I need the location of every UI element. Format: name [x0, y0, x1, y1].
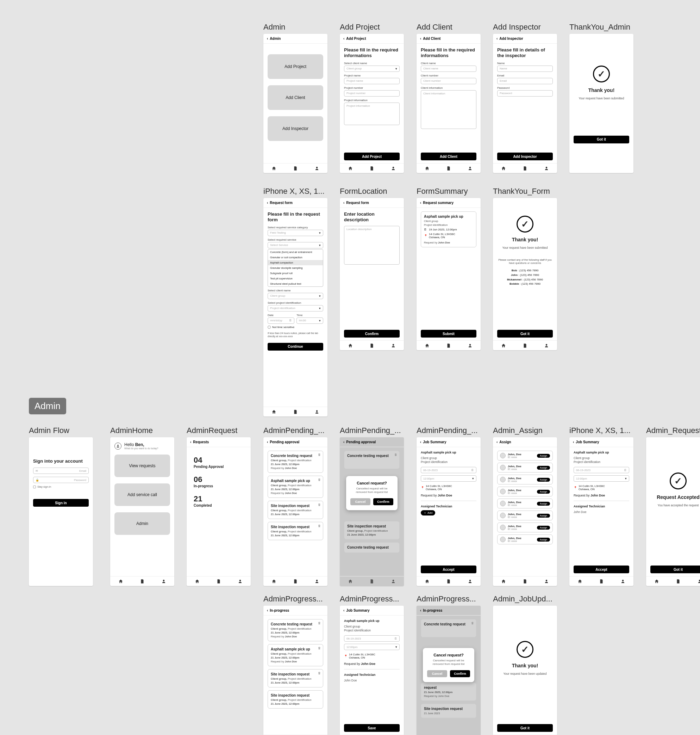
assign-row[interactable]: John, DoeID: xxxxxAssign [497, 511, 553, 520]
inspector-password-input[interactable]: Password [497, 90, 553, 97]
view-requests-button[interactable]: View requests [115, 455, 170, 477]
client-select[interactable]: Client group [344, 66, 400, 72]
service-category-select[interactable]: Field Testing [268, 230, 323, 236]
home-icon[interactable] [501, 343, 506, 348]
assign-row[interactable]: John, DoeID: xxxxxAssign [497, 451, 553, 461]
request-card[interactable]: 🗑 Site inspection request Client group, … [268, 669, 323, 688]
home-icon[interactable] [425, 166, 429, 171]
trash-icon[interactable]: 🗑 [318, 524, 321, 527]
service-select[interactable]: Select Service [268, 242, 323, 248]
add-technician-button[interactable]: ＋Add [421, 510, 435, 516]
chevron-left-icon[interactable]: ‹ [420, 201, 421, 205]
file-icon[interactable] [599, 579, 604, 584]
home-icon[interactable] [195, 579, 200, 584]
file-icon[interactable] [369, 579, 374, 584]
home-icon[interactable] [654, 579, 659, 584]
trash-icon[interactable]: 🗑 [318, 647, 321, 650]
not-time-sensitive-radio[interactable]: Not time sensitive [268, 326, 323, 329]
add-client-submit-button[interactable]: Add Client [421, 153, 476, 160]
user-icon[interactable] [238, 579, 243, 584]
location-textarea[interactable]: Location description [344, 226, 400, 265]
user-icon[interactable] [315, 166, 319, 171]
assign-button[interactable]: Assign [537, 490, 550, 493]
user-icon[interactable] [391, 343, 396, 348]
chevron-left-icon[interactable]: ‹ [190, 440, 191, 444]
time-input[interactable]: hh:00 [297, 317, 323, 324]
home-icon[interactable] [272, 409, 276, 414]
client-number-input[interactable]: Client number [421, 78, 476, 84]
chevron-left-icon[interactable]: ‹ [573, 440, 574, 444]
service-options[interactable]: Concrete (form) and air entrainment Gran… [268, 249, 323, 287]
user-icon[interactable] [391, 166, 396, 171]
client-name-input[interactable]: Client name [421, 66, 476, 72]
add-service-call-button[interactable]: Add service call [115, 483, 170, 506]
popup-cancel-button[interactable]: Cancel [350, 498, 371, 505]
assign-button[interactable]: Assign [537, 466, 550, 470]
got-it-button[interactable]: Got it [497, 330, 553, 337]
assign-button[interactable]: Assign [537, 538, 550, 542]
user-icon[interactable] [544, 343, 549, 348]
request-card[interactable]: 🗑 Site inspection request Client group, … [268, 522, 323, 540]
assign-button[interactable]: Assign [537, 454, 550, 458]
file-icon[interactable] [446, 579, 451, 584]
pending-stat[interactable]: 04Pending Approval [194, 455, 247, 468]
project-name-input[interactable]: Project name [344, 78, 400, 84]
home-icon[interactable] [501, 166, 506, 171]
chevron-left-icon[interactable]: ‹ [343, 37, 344, 41]
assign-button[interactable]: Assign [537, 514, 550, 518]
project-number-input[interactable]: Project number [344, 90, 400, 97]
add-inspector-button[interactable]: Add Inspector [268, 116, 323, 141]
request-card[interactable]: 🗑 Asphalt sample pick up Client group, P… [268, 644, 323, 666]
chevron-left-icon[interactable]: ‹ [420, 608, 421, 613]
trash-icon[interactable]: 🗑 [318, 503, 321, 506]
trash-icon[interactable]: 🗑 [318, 453, 321, 456]
chevron-left-icon[interactable]: ‹ [343, 440, 344, 444]
chevron-left-icon[interactable]: ‹ [267, 440, 268, 444]
time-input[interactable]: 12:00pm [421, 475, 476, 482]
chevron-left-icon[interactable]: ‹ [420, 37, 421, 41]
save-button[interactable]: Save [344, 724, 400, 732]
request-card[interactable]: Site inspection request Client group, Pr… [268, 690, 323, 708]
home-icon[interactable] [425, 579, 429, 584]
signin-button[interactable]: Sign in [33, 499, 89, 507]
request-card[interactable]: 🗑 Concrete testing request Client group,… [268, 451, 323, 473]
email-input[interactable]: ✉Email [33, 468, 89, 474]
add-project-submit-button[interactable]: Add Project [344, 153, 400, 160]
assign-row[interactable]: John, DoeID: xxxxxAssign [497, 463, 553, 473]
got-it-button[interactable]: Got it [497, 724, 553, 732]
file-icon[interactable] [522, 579, 528, 584]
date-input[interactable]: 06-19-2023🗓 [344, 635, 400, 642]
user-icon[interactable] [315, 409, 319, 414]
home-icon[interactable] [578, 579, 582, 584]
file-icon[interactable] [293, 409, 298, 414]
date-input[interactable]: 06-19-2023🗓 [574, 467, 629, 473]
assign-button[interactable]: Assign [537, 502, 550, 506]
file-icon[interactable] [293, 579, 298, 584]
add-project-button[interactable]: Add Project [268, 54, 323, 79]
file-icon[interactable] [446, 343, 451, 348]
trash-icon[interactable]: 🗑 [318, 622, 321, 625]
home-icon[interactable] [348, 343, 353, 348]
user-icon[interactable] [468, 343, 472, 348]
user-icon[interactable] [468, 579, 472, 584]
file-icon[interactable] [216, 579, 221, 584]
assign-row[interactable]: John, DoeID: xxxxxAssign [497, 487, 553, 496]
assign-button[interactable]: Assign [537, 526, 550, 530]
assign-row[interactable]: John, DoeID: xxxxxAssign [497, 523, 553, 532]
accept-button[interactable]: Accept [421, 566, 476, 573]
home-icon[interactable] [501, 579, 506, 584]
client-select[interactable]: Client group [268, 293, 323, 299]
user-icon[interactable] [544, 579, 549, 584]
file-icon[interactable] [522, 166, 528, 171]
file-icon[interactable] [369, 343, 374, 348]
assign-button[interactable]: Assign [537, 478, 550, 482]
inprogress-stat[interactable]: 06In-progress [194, 475, 247, 488]
file-icon[interactable] [522, 343, 528, 348]
trash-icon[interactable]: 🗑 [318, 672, 321, 675]
trash-icon[interactable]: 🗑 [318, 478, 321, 481]
home-icon[interactable] [348, 579, 353, 584]
admin-button[interactable]: Admin [115, 512, 170, 535]
submit-button[interactable]: Submit [421, 330, 476, 337]
user-icon[interactable] [544, 166, 549, 171]
project-select[interactable]: Project identification [268, 305, 323, 311]
